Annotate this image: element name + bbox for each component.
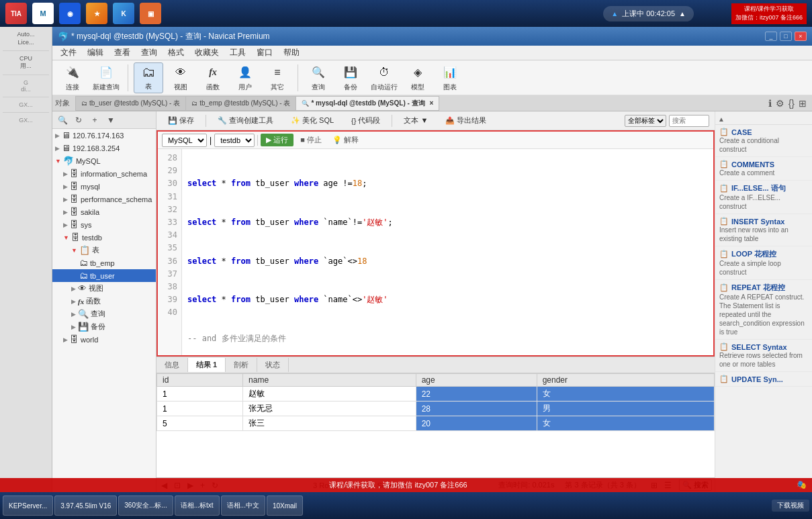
code-content[interactable]: select * from tb_user where age !=18; se… xyxy=(182,149,713,355)
snippet-if-else[interactable]: 📋 IF...ELSE... 语句 Create a IF...ELSE... … xyxy=(715,181,812,214)
db-select-mysql[interactable]: MySQL xyxy=(162,134,207,147)
conn-tab-1[interactable]: 🗂 tb_user @testdb (MySQL) - 表 xyxy=(75,96,185,111)
conn-tab-3[interactable]: 🔍 * mysql-dql @testdb (MySQL) - 查询 × xyxy=(296,96,439,111)
build-btn[interactable]: 🔧 查询创建工具 xyxy=(212,113,279,128)
query-button[interactable]: 🔍 查询 xyxy=(304,62,333,93)
view-button[interactable]: 👁 视图 xyxy=(166,62,195,93)
close-button[interactable]: × xyxy=(795,32,807,41)
tree-search-btn[interactable]: 🔍 xyxy=(55,113,70,127)
chart-button[interactable]: 📊 图表 xyxy=(435,62,465,93)
tree-item-conn1[interactable]: ▶ 🖥 120.76.174.163 xyxy=(52,129,156,142)
explain-button[interactable]: 💡 解释 xyxy=(328,134,363,146)
expand-icon[interactable]: ⊞ xyxy=(799,98,807,109)
tree-item-backups[interactable]: ▶ 💾 备份 xyxy=(52,320,156,333)
tree-new-btn[interactable]: + xyxy=(87,113,102,127)
bottom-task-kep[interactable]: KEPServer... xyxy=(3,496,53,516)
code-seg-btn[interactable]: {} 代码段 xyxy=(345,113,386,128)
tree-item-mysql-db[interactable]: ▶ 🗄 mysql xyxy=(52,180,156,193)
tree-item-functions[interactable]: ▶ fx 函数 xyxy=(52,295,156,308)
search-input[interactable] xyxy=(669,115,709,127)
code-icon[interactable]: {} xyxy=(788,98,795,109)
tree-item-info-schema[interactable]: ▶ 🗄 information_schema xyxy=(52,167,156,180)
table-button[interactable]: 🗂 表 xyxy=(134,62,163,93)
backup-button[interactable]: 💾 备份 xyxy=(336,62,365,93)
tree-arrow-views: ▶ xyxy=(71,285,76,292)
snippet-repeat[interactable]: 📋 REPEAT 花程控 Create A REPEAT construct. … xyxy=(715,280,812,340)
bottom-task-zh[interactable]: 语相...中文 xyxy=(221,496,265,516)
snippet-select[interactable]: 📋 SELECT Syntax Retrieve rows selected f… xyxy=(715,340,812,372)
snippet-loop[interactable]: 📋 LOOP 花程控 Create a simple loop construc… xyxy=(715,246,812,280)
autorun-button[interactable]: ⏱ 自动运行 xyxy=(368,62,400,93)
tree-item-perf-schema[interactable]: ▶ 🗄 performance_schema xyxy=(52,193,156,205)
bottom-task-sim[interactable]: 3.97.45.5lim V16 xyxy=(54,496,117,516)
results-tab-status[interactable]: 状态 xyxy=(257,358,289,372)
text-btn[interactable]: 文本 ▼ xyxy=(398,113,434,128)
bottom-task-360[interactable]: 360安全...标... xyxy=(118,496,173,516)
snippet-comments[interactable]: 📋 COMMENTS Create a comment xyxy=(715,157,812,181)
menu-view[interactable]: 查看 xyxy=(109,46,136,60)
tree-icon-tb-emp: 🗂 xyxy=(79,258,88,268)
function-button[interactable]: fx 函数 xyxy=(198,62,228,93)
cell-id-1: 1 xyxy=(157,387,243,402)
tree-item-testdb[interactable]: ▼ 🗄 testdb xyxy=(52,231,156,244)
menu-format[interactable]: 格式 xyxy=(163,46,189,60)
info-icon[interactable]: ℹ xyxy=(768,98,772,109)
other-button[interactable]: ≡ 其它 xyxy=(263,62,292,93)
tree-filter-btn[interactable]: ▼ xyxy=(103,113,118,127)
taskbar-tia-icon[interactable]: TIA xyxy=(5,3,27,24)
results-tab-info[interactable]: 信息 xyxy=(156,358,188,372)
tree-refresh-btn[interactable]: ↻ xyxy=(71,113,86,127)
tree-item-tb-user[interactable]: 🗂 tb_user xyxy=(52,269,156,282)
bottom-task-mail[interactable]: 10Xmail xyxy=(267,496,303,516)
menu-help[interactable]: 帮助 xyxy=(278,46,305,60)
menu-window[interactable]: 窗口 xyxy=(251,46,278,60)
tree-item-world[interactable]: ▶ 🗄 world xyxy=(52,333,156,346)
full-tag-select[interactable]: 全部标签 xyxy=(625,115,666,127)
taskbar-orange-icon[interactable]: ▣ xyxy=(140,3,161,24)
tree-item-conn2[interactable]: ▶ 🖥 192.168.3.254 xyxy=(52,142,156,154)
tree-item-views[interactable]: ▶ 👁 视图 xyxy=(52,282,156,295)
beautify-btn[interactable]: ✨ 美化 SQL xyxy=(285,113,340,128)
snippet-insert[interactable]: 📋 INSERT Syntax Insert new rows into an … xyxy=(715,214,812,246)
code-editor[interactable]: 28 29 30 31 32 33 34 35 36 37 38 39 40 xyxy=(158,149,713,355)
tree-item-mysql[interactable]: ▼ 🐬 MySQL xyxy=(52,154,156,167)
save-btn[interactable]: 💾 保存 xyxy=(162,113,200,128)
tree-item-tb-emp[interactable]: 🗂 tb_emp xyxy=(52,256,156,269)
tree-item-sakila[interactable]: ▶ 🗄 sakila xyxy=(52,205,156,218)
new-query-button[interactable]: 📄 新建查询 xyxy=(90,62,122,93)
conn-tab-2[interactable]: 🗂 tb_emp @testdb (MySQL) - 表 xyxy=(185,96,296,111)
table-row[interactable]: 5 张三 20 女 xyxy=(157,416,715,431)
connect-button[interactable]: 🔌 连接 xyxy=(58,62,87,93)
taskbar-navicat-icon[interactable]: ◉ xyxy=(59,3,81,24)
table-row[interactable]: 1 张无忌 28 男 xyxy=(157,402,715,416)
settings-icon[interactable]: ⚙ xyxy=(776,98,784,109)
table-row[interactable]: 1 赵敏 22 女 xyxy=(157,387,715,402)
model-button[interactable]: ◈ 模型 xyxy=(403,62,433,93)
menu-tools[interactable]: 工具 xyxy=(224,46,251,60)
maximize-button[interactable]: □ xyxy=(780,32,792,41)
menu-favorites[interactable]: 收藏夹 xyxy=(189,46,224,60)
taskbar-star-icon[interactable]: ★ xyxy=(86,3,107,24)
code-line-31: select * from tb_user where `name`<>'赵敏' xyxy=(187,293,708,306)
tree-item-tables[interactable]: ▼ 📋 表 xyxy=(52,244,156,256)
results-tab-result1[interactable]: 结果 1 xyxy=(188,358,226,372)
snippet-update[interactable]: 📋 UPDATE Syn... xyxy=(715,372,812,387)
tree-item-queries[interactable]: ▶ 🔍 查询 xyxy=(52,308,156,320)
minimize-button[interactable]: _ xyxy=(765,32,777,41)
snippet-case[interactable]: 📋 CASE Create a conditional construct xyxy=(715,125,812,157)
menu-file[interactable]: 文件 xyxy=(55,46,82,60)
menu-query[interactable]: 查询 xyxy=(136,46,163,60)
menu-edit[interactable]: 编辑 xyxy=(82,46,109,60)
bottom-task-txt[interactable]: 语相...标txt xyxy=(175,496,220,516)
explain-label: 解释 xyxy=(344,136,359,144)
taskbar-k-icon[interactable]: K xyxy=(113,3,134,24)
tree-item-sys[interactable]: ▶ 🗄 sys xyxy=(52,218,156,231)
run-button[interactable]: ▶ 运行 xyxy=(261,134,294,146)
tree-arrow-perf: ▶ xyxy=(63,196,68,203)
taskbar-mysql-icon[interactable]: M xyxy=(32,3,54,24)
db-select-testdb[interactable]: testdb xyxy=(214,134,255,147)
results-tab-profiling[interactable]: 剖析 xyxy=(226,358,257,372)
stop-button[interactable]: ■ 停止 xyxy=(296,134,326,146)
user-button[interactable]: 👤 用户 xyxy=(230,62,260,93)
export-btn[interactable]: 📤 导出结果 xyxy=(439,113,492,128)
